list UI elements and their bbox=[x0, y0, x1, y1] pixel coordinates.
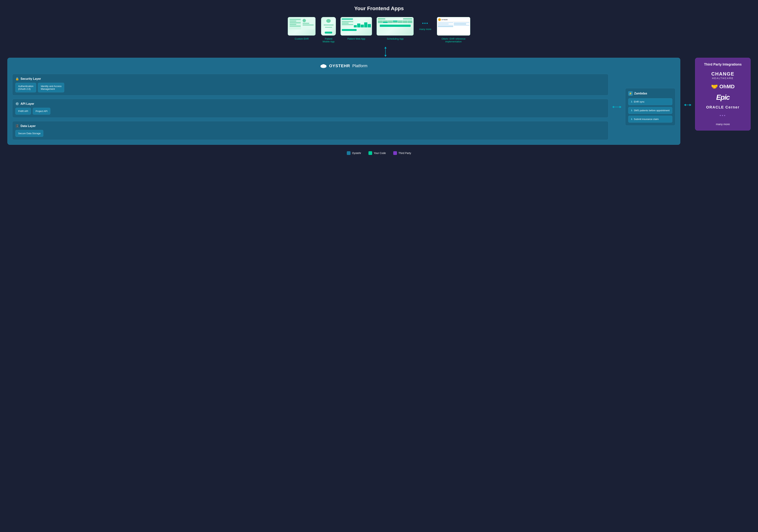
integration-logos-list: CHANGE HEALTHCARE 🤝 OhMD Epic ORACLE Cer… bbox=[699, 71, 747, 126]
third-party-header: Third Party Integrations bbox=[699, 62, 747, 66]
data-layer-box: 🗄️ Data Layer Secure Data Storage bbox=[12, 121, 608, 140]
security-layer-title: 🔒 Security Layer bbox=[16, 77, 605, 81]
zambdas-ehr-sync-label: EHR sync bbox=[634, 100, 644, 103]
legend-oystehr-label: Oystehr bbox=[352, 152, 361, 155]
app-ottehr: OTTEHR Ottehr: EHR ref bbox=[437, 17, 470, 43]
platform-to-third-party-arrow bbox=[684, 104, 691, 106]
zambdas-sms-patients: λ SMS patients before appointment bbox=[628, 107, 672, 114]
dots-indicator: ••• bbox=[719, 113, 726, 118]
vertical-connector-arrow bbox=[7, 47, 751, 57]
app-screenshot-patient-web bbox=[340, 17, 372, 36]
legend-yourcode-label: Your Code bbox=[374, 152, 386, 155]
app-screenshot-custom-ehr bbox=[288, 17, 316, 36]
zambdas-ehr-sync: λ EHR sync bbox=[628, 98, 672, 105]
legend-oystehr: Oystehr bbox=[347, 151, 361, 155]
double-arrow-element bbox=[612, 106, 621, 108]
lambda-icon-1: λ bbox=[631, 100, 632, 103]
zambdas-title-label: Zambdas bbox=[634, 92, 647, 95]
ohmd-logo: 🤝 OhMD bbox=[711, 83, 735, 90]
legend-section: Oystehr Your Code Third Party bbox=[7, 149, 751, 155]
change-healthcare-logo: CHANGE HEALTHCARE bbox=[711, 71, 735, 80]
legend-oystehr-dot bbox=[347, 151, 351, 155]
platform-content: 🔒 Security Layer Authentication(OAuth 2.… bbox=[12, 74, 675, 140]
api-layer-label: API Layer bbox=[20, 102, 34, 106]
security-layer-items: Authentication(OAuth 2.0) Identity and A… bbox=[16, 83, 605, 92]
app-screenshot-patient-mobile bbox=[321, 17, 336, 36]
legend-yourcode: Your Code bbox=[368, 151, 386, 155]
arrow-shaft-main bbox=[686, 105, 690, 105]
change-healthcare-name-top: CHANGE bbox=[711, 71, 735, 77]
right-arrowhead bbox=[620, 106, 621, 108]
auth-item: Authentication(OAuth 2.0) bbox=[16, 83, 36, 92]
ohmd-icon: 🤝 bbox=[711, 83, 718, 90]
third-party-box: Third Party Integrations CHANGE HEALTHCA… bbox=[695, 58, 751, 130]
data-layer-icon: 🗄️ bbox=[16, 124, 19, 128]
legend-thirdparty: Third Party bbox=[393, 151, 411, 155]
svg-point-3 bbox=[322, 64, 326, 67]
arrow-shaft-horizontal bbox=[614, 107, 620, 107]
data-layer-items: Secure Data Storage bbox=[16, 130, 605, 137]
main-platform-section: OYSTEHR Platform 🔒 Security Layer Authen… bbox=[7, 58, 751, 145]
app-label-custom-ehr: Custom EHR bbox=[295, 37, 309, 40]
right-arrowhead-main bbox=[690, 104, 691, 106]
fhir-api-item: FHIR API bbox=[16, 108, 31, 115]
platform-subtitle: Platform bbox=[352, 63, 367, 68]
data-layer-title: 🗄️ Data Layer bbox=[16, 124, 605, 128]
iam-item: Identity and AccessManagement bbox=[38, 83, 64, 92]
app-label-patient-web: Patient Web App bbox=[347, 37, 365, 40]
app-many-more: ••• many more bbox=[419, 17, 431, 43]
project-api-item: Project API bbox=[33, 108, 50, 115]
left-arrowhead bbox=[612, 106, 614, 108]
api-layer-title: ⚙️ API Layer bbox=[16, 102, 605, 106]
ohmd-name: OhMD bbox=[719, 84, 735, 89]
frontend-apps-section: Custom EHR Patient Mobile App bbox=[7, 17, 751, 43]
api-layer-icon: ⚙️ bbox=[16, 102, 19, 106]
epic-name: Epic bbox=[716, 93, 730, 101]
left-arrowhead-main bbox=[684, 104, 686, 106]
security-layer-label: Security Layer bbox=[20, 77, 41, 81]
app-label-many-more: many more bbox=[419, 28, 431, 30]
legend-yourcode-dot bbox=[368, 151, 372, 155]
lambda-icon-3: λ bbox=[631, 118, 632, 121]
change-healthcare-name-bottom: HEALTHCARE bbox=[712, 77, 734, 80]
legend-thirdparty-dot bbox=[393, 151, 397, 155]
many-more-dots: ••• bbox=[422, 21, 429, 26]
many-more-third-party: many more bbox=[716, 123, 730, 126]
zambdas-header: ⚡ Zambdas bbox=[628, 91, 672, 96]
more-dots: ••• bbox=[719, 113, 726, 118]
platform-layers: 🔒 Security Layer Authentication(OAuth 2.… bbox=[12, 74, 608, 140]
legend-thirdparty-label: Third Party bbox=[398, 152, 411, 155]
app-patient-mobile: Patient Mobile App bbox=[321, 17, 336, 43]
data-layer-label: Data Layer bbox=[20, 124, 36, 128]
app-label-scheduling: Scheduling App bbox=[387, 37, 403, 40]
oracle-cerner-logo: ORACLE Cerner bbox=[706, 105, 740, 109]
security-layer-icon: 🔒 bbox=[16, 77, 19, 81]
bidirectional-arrow-main bbox=[684, 104, 691, 106]
app-label-patient-mobile: Patient Mobile App bbox=[323, 37, 334, 43]
security-layer-box: 🔒 Security Layer Authentication(OAuth 2.… bbox=[12, 74, 608, 95]
oracle-cerner-name: ORACLE Cerner bbox=[706, 105, 740, 109]
zambdas-items-list: λ EHR sync λ SMS patients before appoint… bbox=[628, 98, 672, 123]
page-title: Your Frontend Apps bbox=[7, 6, 751, 12]
secure-storage-item: Secure Data Storage bbox=[16, 130, 43, 137]
epic-logo: Epic bbox=[716, 93, 730, 101]
app-scheduling: Scheduling App bbox=[377, 17, 414, 43]
platform-header: OYSTEHR Platform bbox=[12, 62, 675, 69]
arrow-down-head bbox=[384, 55, 387, 57]
zambdas-box: ⚡ Zambdas λ EHR sync λ SMS patients befo… bbox=[625, 88, 675, 126]
arrow-shaft bbox=[385, 49, 386, 55]
arrow-up-head bbox=[384, 47, 387, 49]
app-label-ottehr: Ottehr: EHR reference implementation bbox=[441, 37, 465, 43]
api-layer-box: ⚙️ API Layer FHIR API Project API bbox=[12, 99, 608, 118]
platform-box: OYSTEHR Platform 🔒 Security Layer Authen… bbox=[7, 58, 680, 145]
platform-to-zambdas-arrow bbox=[612, 106, 621, 108]
platform-name: OYSTEHR bbox=[329, 63, 350, 68]
lambda-icon-2: λ bbox=[631, 109, 632, 112]
oystehr-logo-icon bbox=[320, 62, 327, 69]
app-custom-ehr: Custom EHR bbox=[288, 17, 316, 43]
zambdas-sms-label: SMS patients before appointment bbox=[634, 109, 670, 112]
zambdas-insurance: λ Submit insurance claim bbox=[628, 116, 672, 123]
zambdas-insurance-label: Submit insurance claim bbox=[634, 118, 659, 121]
app-patient-web: Patient Web App bbox=[341, 17, 371, 43]
api-layer-items: FHIR API Project API bbox=[16, 108, 605, 115]
